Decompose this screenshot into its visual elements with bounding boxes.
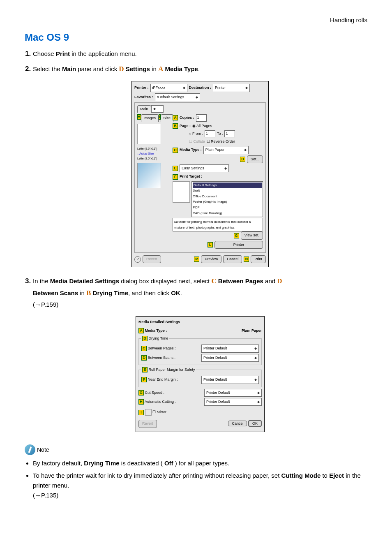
letter-b: B	[86, 289, 91, 297]
marker-b: B	[173, 123, 178, 129]
text: Between Pages	[217, 278, 263, 284]
letter-a: A	[158, 65, 163, 73]
cancel-button[interactable]: Cancel	[228, 421, 247, 426]
marker-a: A	[138, 328, 144, 333]
auto-cut-label: Automatic Cutting :	[145, 400, 176, 404]
text: Media Detailed Settings	[50, 278, 119, 284]
letter-c: C	[211, 277, 216, 285]
text: .	[180, 289, 182, 296]
tab-size[interactable]: Size	[161, 114, 174, 122]
radio-allpages[interactable]: ◉ All Pages	[192, 123, 212, 129]
step-3: In the Media Detailed Settings dialog bo…	[33, 275, 367, 432]
marker-e: E	[173, 166, 178, 171]
between-scans-label: Between Scans :	[148, 356, 176, 360]
step-1: Choose Print in the application menu.	[33, 48, 367, 59]
text: Print	[56, 50, 70, 57]
radio-from[interactable]: ○ From :	[189, 131, 203, 137]
text: in the application menu.	[70, 50, 137, 57]
revert-button[interactable]: Revert	[143, 255, 161, 263]
collate-check[interactable]: ☐ Collate	[189, 139, 205, 145]
marker-l: L	[208, 242, 213, 247]
copies-input[interactable]: 1	[196, 114, 207, 121]
note-icon	[25, 444, 35, 455]
text: in	[150, 65, 158, 72]
media-type-label: Media Type :	[180, 147, 202, 153]
note-item-1: By factory default, Drying Time is deact…	[33, 458, 367, 468]
view-set-button[interactable]: View set.	[241, 231, 263, 239]
text: pane and click	[76, 65, 119, 72]
favorites-select[interactable]: • Default Settings◆	[155, 93, 200, 101]
text: and	[263, 278, 277, 284]
between-pages-select[interactable]: Printer Default◆	[201, 345, 259, 352]
note-item-2: To have the printer wait for ink to dry …	[33, 471, 367, 500]
preview-button[interactable]: Preview	[201, 255, 221, 263]
set-button[interactable]: Set...	[247, 155, 263, 163]
media-detailed-dialog: Media Detailed Settings A Media Type :Pl…	[136, 316, 265, 432]
preview-thumbnail-1	[137, 124, 161, 144]
copies-label: Copies :	[180, 115, 194, 121]
text: .	[198, 65, 200, 72]
help-icon[interactable]: ?	[134, 256, 141, 263]
drying-time-group: B Drying Time C Between Pages :Printer D…	[138, 335, 262, 365]
to-label: To :	[217, 131, 223, 137]
text: Select the	[33, 65, 62, 72]
marker-g: G	[138, 390, 144, 395]
print-target-label: Print Target :	[180, 173, 202, 180]
text: in	[78, 289, 86, 296]
auto-cut-select[interactable]: Printer Default◆	[204, 398, 262, 406]
note-label: Note	[37, 446, 49, 453]
printer-select[interactable]: iPFxxxx◆	[150, 84, 187, 92]
marker-a: A	[173, 115, 178, 120]
reverse-check[interactable]: ☐ Reverse Order	[207, 139, 235, 145]
print-button[interactable]: Print	[251, 255, 266, 263]
printer-label: Printer :	[134, 85, 149, 91]
print-dialog: Printer : iPFxxxx◆ Destination : Printer…	[131, 81, 269, 267]
target-thumb	[173, 181, 190, 203]
text: Media Type	[163, 65, 198, 72]
letter-d: D	[119, 65, 124, 73]
between-scans-select[interactable]: Printer Default◆	[201, 354, 259, 362]
cut-speed-label: Cut Speed :	[145, 391, 165, 395]
marker-e: E	[142, 367, 148, 372]
preview-thumbnail-2	[137, 163, 161, 188]
cut-speed-select[interactable]: Printer Default◆	[204, 389, 262, 397]
mirror-check[interactable]: ☐ Mirror	[152, 410, 166, 414]
ok-button[interactable]: OK	[248, 420, 262, 427]
media-type-label: Media Type :	[145, 328, 167, 333]
step-2: Select the Main pane and click D Setting…	[33, 63, 367, 268]
page-ref: (→P.159)	[33, 301, 58, 308]
note-block: Note By factory default, Drying Time is …	[25, 444, 367, 500]
marker-i: I	[159, 114, 161, 120]
cancel-button[interactable]: Cancel	[223, 255, 242, 263]
destination-label: Destination :	[189, 85, 212, 91]
to-input[interactable]: 1	[224, 130, 235, 137]
tab-main[interactable]: Main	[137, 105, 151, 113]
marker-m: M	[194, 257, 199, 262]
media-type-select[interactable]: Plain Paper◆	[203, 146, 249, 154]
from-input[interactable]: 1	[205, 130, 215, 137]
easy-settings-select[interactable]: Easy Settings◆	[180, 164, 229, 172]
page-section-header: Handling rolls	[25, 16, 367, 23]
printer-button[interactable]: Printer	[214, 241, 263, 249]
revert-button[interactable]: Revert	[138, 420, 157, 428]
marker-c: C	[141, 346, 147, 351]
section-title: Mac OS 9	[25, 32, 367, 43]
page-ref: (→P.135)	[33, 492, 58, 499]
media-type-value: Plain Paper	[242, 328, 262, 334]
text: In the	[33, 278, 50, 284]
paper-size-1: Letter(8.5"x11")	[137, 146, 170, 151]
actual-size: Actual Size	[139, 152, 154, 155]
near-end-label: Near End Margin :	[148, 377, 178, 382]
tab-images[interactable]: Images	[141, 114, 159, 122]
print-target-list[interactable]: Default Settings Draft Office Document P…	[191, 181, 263, 217]
destination-select[interactable]: Printer◆	[213, 84, 250, 92]
marker-d: D	[240, 157, 245, 162]
mirror-icon	[145, 409, 152, 416]
dialog-title: Media Detailed Settings	[138, 319, 262, 325]
tab-dropdown[interactable]: ◆	[151, 105, 164, 113]
marker-h: H	[137, 114, 141, 120]
marker-b: B	[142, 336, 148, 341]
text: Between Scans	[33, 289, 78, 296]
near-end-select[interactable]: Printer Default◆	[201, 376, 259, 384]
page-label: Page :	[180, 123, 191, 129]
